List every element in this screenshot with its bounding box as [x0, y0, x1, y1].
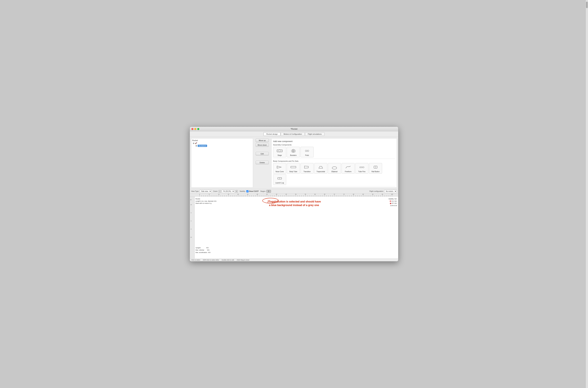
nose-cone-label: Nose Cone [276, 171, 284, 172]
info-panel-right: Stability: N/A CG: N/A CP: N/A at M=0.30 [388, 198, 397, 207]
status-bar: Click to select Shift+click to select ot… [190, 259, 398, 261]
stability-label: Stability: [240, 191, 246, 192]
viewport: 15 10 5 0 -5 -10 Rocket Length 0 cm, max… [190, 197, 398, 259]
flight-config-select[interactable]: No motors [384, 190, 397, 193]
flight-stats: Apogee: N/A Max. velocity: N/A Max. acce… [195, 247, 211, 254]
zoom-in-button[interactable]: + [235, 190, 238, 193]
component-freeform[interactable]: Freeform [342, 163, 355, 174]
launch-lug-label: Launch Lug [275, 182, 284, 184]
move-down-button[interactable]: Move down [256, 143, 269, 147]
zoom-group: Zoom: − Fit (30,3%) + [213, 190, 238, 193]
component-nose-cone[interactable]: Nose Cone [273, 163, 286, 174]
status-double-click: Double-click to edit [222, 259, 234, 261]
body-grid: Nose Cone Body Tube Transition [273, 163, 395, 185]
stage-1-button[interactable]: 1 [267, 190, 271, 193]
svg-rect-5 [293, 149, 294, 152]
tube-fins-icon [358, 164, 366, 170]
tree-root-label: Rocket [192, 139, 252, 141]
close-button[interactable] [191, 128, 193, 130]
window-title: *Rocket [291, 128, 297, 130]
svg-rect-13 [361, 167, 363, 168]
tab-flight-sims[interactable]: Flight simulations [305, 132, 324, 136]
svg-point-6 [305, 150, 307, 152]
component-trapezoidal[interactable]: Trapezoidal [314, 163, 327, 174]
horizontal-ruler: 0° |cm [190, 194, 398, 197]
nose-cone-icon [276, 164, 284, 170]
view-type-select[interactable]: Side view [200, 190, 212, 193]
component-rail-button[interactable]: Rail Button [369, 163, 382, 174]
zoom-label: Zoom: [213, 191, 218, 192]
minimize-button[interactable] [194, 128, 196, 130]
main-window: *Rocket Rocket design Motors & Configura… [190, 126, 398, 262]
flight-config-label: Flight configuration: [370, 191, 384, 192]
delete-button[interactable]: Delete [256, 161, 269, 164]
component-body-tube[interactable]: Body Tube [287, 163, 300, 174]
freeform-label: Freeform [345, 171, 351, 172]
tree-expand-icon: ⊟ [193, 142, 194, 144]
view-type-label: View Type: [191, 191, 199, 192]
acceleration-row: Max. acceleration: N/A [195, 251, 211, 254]
mach-value: at M=0.30 [388, 205, 397, 207]
zoom-out-button[interactable]: − [218, 190, 221, 193]
zoom-select[interactable]: Fit (30,3%) [222, 190, 235, 193]
svg-rect-0 [277, 150, 282, 152]
edit-button[interactable]: Edit [256, 152, 269, 156]
acceleration-label: Max. acceleration: [195, 252, 207, 253]
acceleration-value: N/A [208, 252, 211, 253]
add-component-title: Add new component [273, 140, 395, 143]
tab-motors-config[interactable]: Motors & Configuration [281, 132, 305, 136]
sustainer-icon: ⚙ [195, 145, 197, 147]
rocket-length: Length 0 cm, max. diameter N/A [195, 200, 216, 202]
svg-rect-14 [363, 167, 364, 168]
component-elliptical[interactable]: Elliptical [328, 163, 341, 174]
rail-button-label: Rail Button [372, 171, 380, 172]
svg-rect-12 [360, 167, 361, 168]
annotation-circle [262, 198, 279, 203]
component-launch-lug[interactable]: Launch Lug [273, 174, 286, 185]
component-transition[interactable]: Transition [300, 163, 314, 174]
component-tube-fins[interactable]: Tube Fins [355, 163, 368, 174]
tab-rocket-design[interactable]: Rocket design [264, 132, 280, 136]
tree-item-sustainer[interactable]: ⚙ Sustainer [192, 145, 252, 147]
boosters-label: Boosters [290, 154, 296, 156]
assembly-grid: Stage Boosters Pods [273, 147, 395, 157]
sustainer-label: Sustainer [198, 145, 207, 147]
transition-icon [303, 164, 311, 170]
svg-rect-4 [294, 150, 295, 152]
stability-value: Stability: N/A [388, 198, 397, 200]
main-content: Rocket ⊟ 🚀 ⚙ Sustainer Move up Move down… [190, 137, 398, 189]
flight-config-group: Flight configuration: No motors [370, 190, 397, 193]
show-cgcp-checkbox[interactable] [246, 190, 248, 192]
pods-label: Pods [305, 154, 309, 156]
tree-rocket-icon: 🚀 [195, 142, 197, 144]
cp-dot [390, 203, 391, 204]
elliptical-icon [330, 164, 338, 170]
body-tube-label: Body Tube [290, 171, 297, 172]
status-click: Click to select [191, 259, 200, 261]
rail-button-icon [372, 164, 379, 170]
maximize-button[interactable] [197, 128, 199, 130]
component-boosters[interactable]: Boosters [287, 147, 300, 157]
stage-icon [276, 148, 284, 154]
velocity-label: Max. velocity: [195, 249, 205, 251]
apogee-row: Apogee: N/A [195, 247, 211, 249]
action-buttons: Move up Move down Edit Delete [254, 137, 270, 189]
rocket-label: Rocket [195, 198, 216, 200]
show-cgcp-label: Show CG/CP [249, 191, 259, 192]
freeform-icon [344, 164, 352, 170]
move-up-button[interactable]: Move up [256, 139, 269, 142]
show-cgcp-group: Show CG/CP [246, 190, 259, 192]
velocity-value: N/A [207, 249, 210, 251]
rocket-mass: Mass with no motors 0 g [195, 202, 216, 205]
velocity-row: Max. velocity: N/A [195, 249, 211, 251]
component-stage[interactable]: Stage [273, 147, 286, 157]
view-type-group: View Type: Side view [191, 190, 212, 193]
status-drag: Click+drag to move [237, 259, 249, 261]
body-tube-icon [290, 164, 297, 170]
body-section-title: Body Components and Fin Sets [273, 160, 395, 162]
assembly-section-title: Assembly Components [273, 144, 395, 146]
vertical-ruler: 15 10 5 0 -5 -10 [190, 197, 195, 259]
elliptical-label: Elliptical [331, 171, 338, 172]
stability-group: Stability: Show CG/CP [240, 190, 259, 192]
component-pods[interactable]: Pods [300, 147, 314, 157]
